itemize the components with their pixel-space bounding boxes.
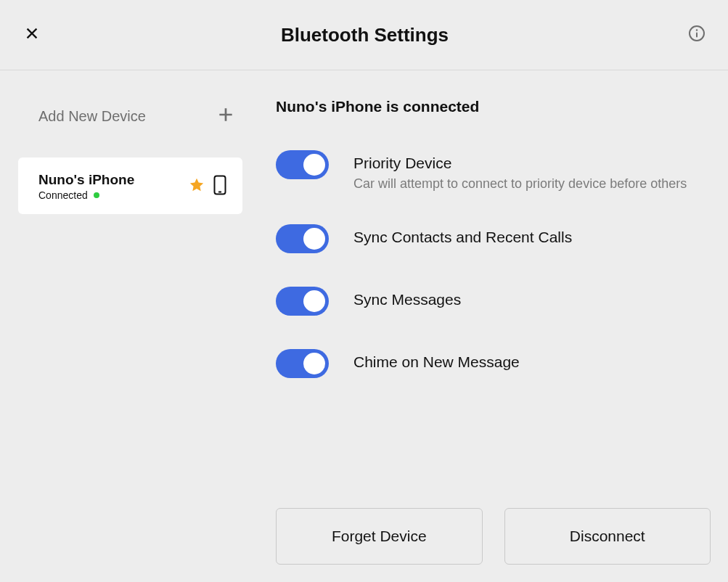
device-status: Connected — [38, 189, 88, 201]
setting-priority-text: Priority Device Car will attempt to conn… — [353, 150, 687, 192]
setting-messages-text: Sync Messages — [353, 287, 461, 308]
sidebar: Add New Device Nuno's iPhone Connected — [0, 70, 255, 582]
setting-chime-text: Chime on New Message — [353, 349, 520, 371]
setting-priority: Priority Device Car will attempt to conn… — [276, 150, 711, 192]
close-icon — [24, 25, 40, 44]
toggle-priority[interactable] — [276, 150, 329, 179]
plus-icon — [216, 105, 235, 127]
status-dot-icon — [94, 192, 99, 198]
device-name: Nuno's iPhone — [38, 172, 134, 188]
setting-chime-label: Chime on New Message — [353, 353, 520, 371]
setting-contacts-label: Sync Contacts and Recent Calls — [353, 229, 572, 246]
setting-messages-label: Sync Messages — [353, 291, 461, 308]
info-button[interactable] — [687, 25, 706, 44]
forget-device-button[interactable]: Forget Device — [276, 508, 483, 565]
setting-priority-label: Priority Device — [353, 155, 687, 172]
main-panel: Nuno's iPhone is connected Priority Devi… — [255, 70, 728, 582]
device-info: Nuno's iPhone Connected — [38, 172, 134, 201]
device-icons — [189, 175, 226, 198]
toggle-messages[interactable] — [276, 287, 329, 316]
add-device-label: Add New Device — [38, 108, 146, 125]
body: Add New Device Nuno's iPhone Connected — [0, 70, 728, 582]
setting-contacts: Sync Contacts and Recent Calls — [276, 224, 711, 253]
star-icon — [189, 177, 205, 196]
device-status-row: Connected — [38, 189, 134, 201]
setting-priority-desc: Car will attempt to connect to priority … — [353, 175, 687, 192]
close-button[interactable] — [22, 25, 42, 45]
add-device-button[interactable]: Add New Device — [18, 98, 242, 134]
action-buttons: Forget Device Disconnect — [276, 508, 711, 565]
svg-rect-2 — [696, 33, 698, 38]
info-icon — [688, 25, 705, 45]
connected-heading: Nuno's iPhone is connected — [276, 98, 711, 115]
disconnect-button[interactable]: Disconnect — [504, 508, 711, 565]
phone-icon — [213, 175, 226, 198]
header: Bluetooth Settings — [0, 0, 728, 70]
toggle-chime[interactable] — [276, 349, 329, 378]
svg-point-1 — [696, 29, 698, 30]
toggle-contacts[interactable] — [276, 224, 329, 253]
setting-chime: Chime on New Message — [276, 349, 711, 378]
setting-contacts-text: Sync Contacts and Recent Calls — [353, 224, 572, 246]
device-card[interactable]: Nuno's iPhone Connected — [18, 157, 242, 214]
page-title: Bluetooth Settings — [281, 24, 449, 46]
setting-messages: Sync Messages — [276, 287, 711, 316]
